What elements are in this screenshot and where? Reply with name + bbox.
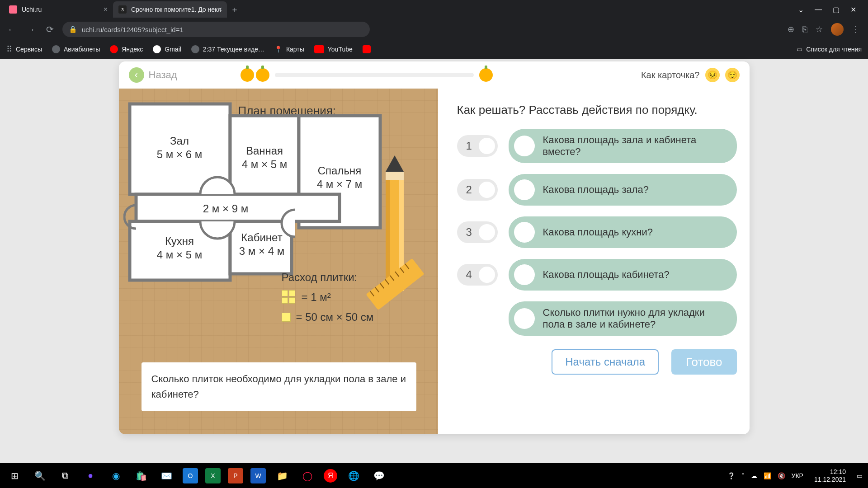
app-viber-icon[interactable]: 💬	[370, 467, 388, 485]
back-label: Назад	[149, 69, 177, 81]
app-opera-icon[interactable]: ◯	[298, 467, 316, 485]
wifi-icon[interactable]: 📶	[764, 472, 771, 479]
yandex-icon	[110, 45, 118, 53]
browser-chrome: Uchi.ru × з Срочно пж помогите1. До некл…	[0, 0, 868, 59]
back-button[interactable]: ‹ Назад	[129, 67, 177, 83]
tray-chevron-icon[interactable]: ˄	[741, 472, 745, 479]
url-field[interactable]: 🔒 uchi.ru/cards/12405?subject_id=1	[62, 22, 370, 37]
chevron-down-icon[interactable]: ⌄	[798, 5, 804, 14]
step-row-3: 3 Какова площадь кухни?	[457, 216, 737, 248]
nav-reload-icon[interactable]: ⟳	[43, 24, 56, 35]
step-slot-3[interactable]: 3	[457, 221, 498, 243]
nav-back-icon[interactable]: ←	[5, 24, 18, 35]
option-area-study[interactable]: Какова площадь кабинета?	[509, 259, 737, 291]
option-area-hall[interactable]: Какова площадь зала?	[509, 174, 737, 206]
room-bed-dims: 4 м × 7 м	[316, 178, 362, 190]
volume-mute-icon[interactable]: 🔇	[778, 472, 785, 479]
step-slot-1[interactable]: 1	[457, 135, 498, 157]
bookmark-gmail[interactable]: Gmail	[153, 45, 181, 53]
done-button[interactable]: Готово	[671, 349, 736, 375]
room-bath-dims: 4 м × 5 м	[241, 158, 287, 170]
system-tray: ❔ ˄ ☁ 📶 🔇 УКР 12:10 11.12.2021 ▭	[727, 468, 863, 483]
minimize-icon[interactable]: ―	[815, 5, 822, 14]
app-chrome-icon[interactable]: 🌐	[344, 467, 363, 485]
room-study-dims: 3 м × 4 м	[239, 245, 284, 257]
taskbar: ⊞ 🔍 ⧉ ● ◉ 🛍️ ✉️ O X P W 📁 ◯ Я 🌐 💬 ❔ ˄ ☁ …	[0, 463, 868, 488]
tile-1-icon	[282, 313, 291, 322]
profile-avatar[interactable]	[831, 23, 844, 36]
zoom-icon[interactable]: ⊕	[788, 24, 794, 34]
room-bed-name: Спальня	[317, 164, 361, 177]
maps-icon: 📍	[274, 46, 283, 53]
favicon-icon	[363, 45, 371, 53]
app-outlook-icon[interactable]: O	[183, 468, 198, 483]
option-area-hall-study[interactable]: Какова площадь зала и кабинета вместе?	[509, 129, 737, 163]
bookmark-avia[interactable]: Авиабилеты	[52, 45, 100, 53]
app-word-icon[interactable]: W	[250, 468, 266, 483]
help-icon[interactable]: ❔	[727, 472, 735, 479]
clock-time: 12:10	[830, 468, 846, 476]
room-hall-name: Зал	[170, 135, 189, 147]
app-yandex-browser-icon[interactable]: ●	[81, 467, 99, 485]
tab-znanija[interactable]: з Срочно пж помогите1. До некл ×	[113, 1, 227, 18]
maximize-icon[interactable]: ▢	[833, 5, 840, 14]
start-icon[interactable]: ⊞	[5, 467, 24, 485]
share-icon[interactable]: ⎘	[802, 25, 807, 34]
notifications-icon[interactable]: ▭	[857, 472, 863, 479]
tile-row-1m: = 1 м²	[282, 290, 374, 305]
step-slot-4[interactable]: 4	[457, 264, 498, 286]
drag-handle-icon	[514, 308, 535, 329]
bookmark-services[interactable]: ⠿Сервисы	[6, 44, 42, 54]
rate-card: Как карточка? 😣 😌	[641, 68, 740, 82]
rate-label: Как карточка?	[641, 70, 700, 80]
step-row-2: 2 Какова площадь зала?	[457, 174, 737, 206]
drag-handle-icon	[514, 222, 535, 243]
tab-title: Срочно пж помогите1. До некл	[131, 6, 222, 13]
clock[interactable]: 12:10 11.12.2021	[814, 468, 846, 483]
close-window-icon[interactable]: ✕	[850, 5, 856, 14]
app-explorer-icon[interactable]: 📁	[273, 467, 291, 485]
step-row-4: 4 Какова площадь кабинета?	[457, 259, 737, 291]
chevron-left-icon: ‹	[129, 67, 144, 83]
rate-happy-icon[interactable]: 😌	[725, 68, 740, 82]
apps-icon: ⠿	[6, 44, 12, 54]
app-yandex-icon[interactable]: Я	[324, 469, 337, 483]
app-powerpoint-icon[interactable]: P	[228, 468, 243, 483]
option-tiles-count[interactable]: Сколько плитки нужно для укладки пола в …	[509, 301, 737, 336]
close-icon[interactable]: ×	[104, 5, 108, 14]
progress-indicator	[241, 68, 493, 82]
language-indicator[interactable]: УКР	[792, 472, 803, 479]
app-excel-icon[interactable]: X	[205, 468, 221, 483]
gmail-icon	[153, 45, 161, 53]
bookmarks-bar: ⠿Сервисы Авиабилеты Яндекс Gmail 2:37 Те…	[0, 40, 868, 59]
reading-list[interactable]: ▭Список для чтения	[797, 46, 862, 53]
bookmark-other[interactable]	[363, 45, 371, 53]
search-icon[interactable]: 🔍	[31, 467, 49, 485]
tile-row-50cm: = 50 см × 50 см	[282, 311, 374, 324]
app-edge-icon[interactable]: ◉	[107, 467, 125, 485]
app-mail-icon[interactable]: ✉️	[157, 467, 175, 485]
bookmark-maps[interactable]: 📍Карты	[274, 46, 304, 53]
task-title: Как решать? Расставь действия по порядку…	[457, 103, 737, 117]
bookmark-youtube[interactable]: YouTube	[314, 45, 353, 53]
nav-forward-icon[interactable]: →	[24, 24, 37, 35]
rate-sad-icon[interactable]: 😣	[705, 68, 720, 82]
step-slot-2[interactable]: 2	[457, 179, 498, 201]
lock-icon: 🔒	[69, 25, 77, 33]
step-row-5: Сколько плитки нужно для укладки пола в …	[457, 301, 737, 336]
room-bath-name: Ванная	[245, 145, 283, 157]
task-view-icon[interactable]: ⧉	[56, 467, 74, 485]
app-store-icon[interactable]: 🛍️	[132, 467, 150, 485]
bookmark-video[interactable]: 2:37 Текущее виде…	[191, 45, 264, 53]
restart-button[interactable]: Начать сначала	[552, 349, 659, 375]
option-area-kitchen[interactable]: Какова площадь кухни?	[509, 216, 737, 248]
star-icon[interactable]: ☆	[816, 24, 823, 34]
menu-icon[interactable]: ⋮	[852, 24, 860, 34]
onedrive-icon[interactable]: ☁	[751, 472, 757, 479]
tab-uchi[interactable]: Uchi.ru ×	[4, 1, 112, 18]
drag-handle-icon	[514, 179, 535, 200]
new-tab-button[interactable]: ＋	[228, 3, 241, 16]
card-header: ‹ Назад Как карточка? 😣 😌	[119, 61, 750, 89]
close-icon[interactable]: ×	[218, 5, 222, 14]
bookmark-yandex[interactable]: Яндекс	[110, 45, 143, 53]
